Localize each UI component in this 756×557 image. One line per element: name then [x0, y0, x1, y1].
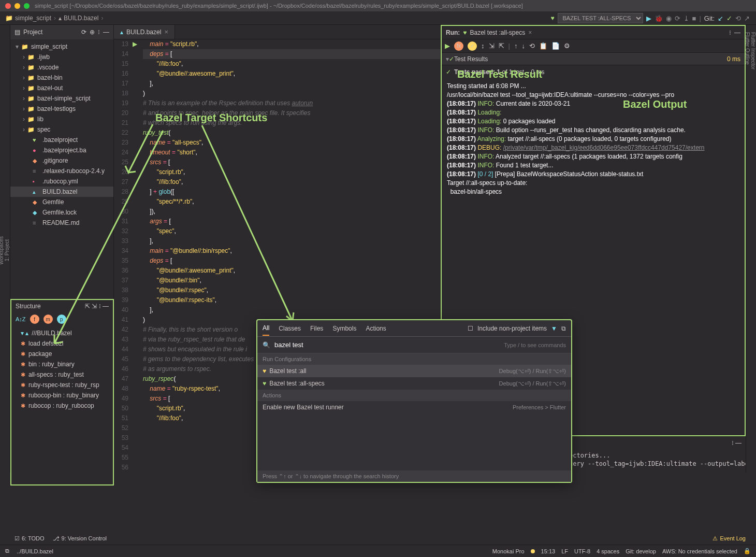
vcs-push-icon[interactable]: ↗ [744, 15, 750, 22]
toggle-icon[interactable]: fx [454, 41, 463, 51]
search-everywhere-popup: All Classes Files Symbols Actions ☐ Incl… [256, 319, 572, 473]
window-title: simple_script [~/Dropbox/Code/oss/bazel/… [35, 3, 523, 9]
vcs-commit-icon[interactable]: ✓ [726, 15, 732, 22]
structure-item[interactable]: ✱bin : ruby_binary [14, 359, 110, 369]
next-icon[interactable]: ↓ [521, 42, 525, 50]
rerun-icon[interactable]: ▶ [445, 42, 450, 50]
vcs-history-icon[interactable]: ⟲ [735, 15, 741, 22]
import-icon[interactable]: 📄 [551, 42, 560, 50]
debug-icon[interactable]: 🐞 [655, 15, 663, 22]
sync-icon[interactable]: ⟳ [81, 28, 86, 36]
tree-item[interactable]: ▾📁simple_script [10, 41, 113, 52]
tree-item[interactable]: ≡.relaxed-rubocop-2.4.y [10, 166, 113, 176]
include-checkbox[interactable]: ☐ [468, 325, 473, 332]
search-category: Run Configurations [257, 353, 571, 365]
elapsed-time: 0 ms [727, 55, 740, 63]
search-result-item[interactable]: Enable new Bazel test runnerPreferences … [257, 401, 571, 413]
search-tab-files[interactable]: Files [310, 325, 323, 332]
search-tab-symbols[interactable]: Symbols [332, 325, 356, 332]
tree-item[interactable]: ›📁.vscode [10, 62, 113, 73]
project-title: Project [23, 28, 42, 36]
export-icon[interactable]: 📋 [539, 42, 547, 50]
structure-item[interactable]: ✱rubocop-bin : ruby_binary [14, 390, 110, 401]
structure-item[interactable]: ✱ruby-rspec-test : ruby_rsp [14, 380, 110, 390]
tree-item[interactable]: ◆Gemfile.lock [10, 207, 113, 218]
run-config-select[interactable]: BAZEL TEST :ALL-SPECS [558, 13, 643, 23]
collapse-icon[interactable]: ⇱ [499, 42, 504, 50]
tree-item[interactable]: ›📁bazel-simple_script [10, 93, 113, 104]
tree-item[interactable]: ▪.rubocop.yml [10, 176, 113, 187]
run-icon[interactable]: ▶ [646, 15, 651, 22]
git-label: Git: [704, 15, 715, 22]
profile-icon[interactable]: ⟳ [675, 15, 680, 22]
search-icon: 🔍 [263, 341, 270, 349]
breadcrumb-item[interactable]: 📁 simple_script [5, 15, 51, 22]
collapse-icon[interactable]: ⁝ [98, 28, 100, 36]
structure-item[interactable]: ✱package [14, 349, 110, 359]
tree-item[interactable]: ▴BUILD.bazel [10, 187, 113, 197]
tree-item[interactable]: ◆Gemfile [10, 197, 113, 207]
fullscreen-icon[interactable] [24, 3, 30, 9]
left-rail: 1: Project Workspaces [0, 25, 10, 473]
run-title: Run: [446, 29, 460, 36]
rail-flutter-inspector[interactable]: Flutter Inspector [750, 32, 756, 469]
main-toolbar: ♥ BAZEL TEST :ALL-SPECS ▶ 🐞 ◉ ⟳ ⤓ ■ | Gi… [550, 11, 750, 25]
tree-item[interactable]: ●.bazelproject.ba [10, 145, 113, 155]
prev-icon[interactable]: ↑ [514, 42, 518, 50]
menu-icon[interactable]: ⁝ [729, 29, 731, 36]
vcs-update-icon[interactable]: ↙ [718, 15, 723, 22]
run-tab[interactable]: Bazel test :all-specs [470, 29, 525, 36]
p-icon[interactable]: p [57, 315, 66, 324]
sort-az-icon[interactable]: A↕Z [16, 316, 26, 322]
toggle2-icon[interactable]: ✓ [468, 41, 477, 51]
search-tab-actions[interactable]: Actions [366, 325, 386, 332]
structure-item[interactable]: ✱all-specs : ruby_test [14, 369, 110, 380]
structure-item[interactable]: ✱rubocop : ruby_rubocop [14, 401, 110, 411]
close-window-icon[interactable] [5, 3, 11, 9]
tree-item[interactable]: ›📁bazel-out [10, 83, 113, 93]
tree-item[interactable]: ♥.bazelproject [10, 135, 113, 145]
rail-workspaces[interactable]: Workspaces [0, 236, 4, 265]
search-result-item[interactable]: ♥Bazel test :all-specsDebug(⌥⏎) / Run(⇧⌥… [257, 377, 571, 390]
pin-icon[interactable]: ⧉ [561, 325, 566, 332]
tree-item[interactable]: ›📁.ijwb [10, 52, 113, 62]
search-hint: Type / to see commands [504, 342, 566, 348]
search-tab-all[interactable]: All [263, 324, 269, 336]
structure-list[interactable]: ▾ ▴ ///BUILD.bazel ✱load defs.bzl✱packag… [11, 326, 113, 413]
tree-item[interactable]: ≡README.md [10, 218, 113, 228]
stop-icon[interactable]: ■ [692, 15, 696, 22]
rail-project[interactable]: 1: Project [4, 239, 10, 261]
title-bar: simple_script [~/Dropbox/Code/oss/bazel/… [0, 0, 756, 11]
target-icon[interactable]: ⊕ [90, 28, 95, 36]
f-icon[interactable]: f [30, 315, 39, 324]
tests-passed-label: Tests passed: 1 of 1 test – 0 ms [454, 68, 545, 76]
close-tab-icon[interactable]: × [164, 28, 168, 36]
tree-item[interactable]: ◆.gitignore [10, 155, 113, 166]
structure-item[interactable]: ✱load defs.bzl [14, 338, 110, 349]
history-icon[interactable]: ⟲ [529, 42, 535, 50]
tree-item[interactable]: ›📁spec [10, 124, 113, 135]
minimize-icon[interactable] [14, 3, 20, 9]
window-controls [5, 3, 30, 9]
tree-item[interactable]: ›📁bazel-bin [10, 73, 113, 83]
hide-icon[interactable]: — [103, 28, 109, 36]
coverage-icon[interactable]: ◉ [666, 15, 672, 22]
m-icon[interactable]: m [43, 315, 53, 324]
right-rail: Flutter Inspector Flutter Outline Flutte… [746, 25, 756, 473]
breadcrumb-item[interactable]: ▴ BUILD.bazel [59, 15, 98, 22]
hide-icon[interactable]: — [734, 29, 740, 36]
tree-item[interactable]: ›📁bazel-testlogs [10, 104, 113, 114]
tree-item[interactable]: ›📁lib [10, 114, 113, 124]
search-input[interactable] [274, 341, 500, 349]
editor-tabs: ▴ BUILD.bazel × [114, 25, 440, 39]
attach-icon[interactable]: ⤓ [684, 15, 689, 22]
editor-tab[interactable]: ▴ BUILD.bazel × [114, 25, 175, 39]
expand-icon[interactable]: ⇲ [489, 42, 495, 50]
filter-icon[interactable]: ▼ [551, 325, 557, 332]
close-icon[interactable]: × [528, 29, 532, 36]
search-tab-classes[interactable]: Classes [279, 325, 301, 332]
search-result-item[interactable]: ♥Bazel test :allDebug(⌥⏎) / Run(⇧⌥⏎) [257, 365, 571, 377]
sort-icon[interactable]: ↕ [481, 42, 485, 50]
settings-icon[interactable]: ⚙ [564, 42, 570, 50]
folder-icon: ▤ [14, 28, 20, 36]
